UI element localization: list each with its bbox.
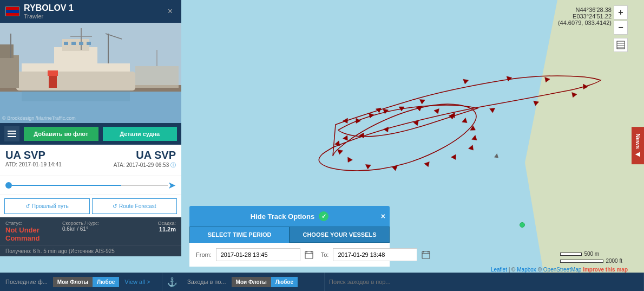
anchor-icon: ⚓ — [162, 277, 182, 287]
bottom-fleet-tag-any[interactable]: Любое — [93, 277, 119, 287]
from-label: From: — [196, 251, 212, 258]
svg-marker-21 — [451, 154, 458, 161]
svg-marker-9 — [490, 108, 496, 113]
vessel-details-button[interactable]: Детали судна — [103, 127, 178, 141]
vessel-position-dot — [520, 222, 525, 228]
journey-progress: ➤ — [0, 176, 181, 195]
svg-marker-3 — [462, 79, 468, 85]
zoom-in-button[interactable]: + — [614, 5, 628, 20]
bottom-ports-label: Заходы в по... — [182, 279, 232, 285]
vessel-actions: Добавить во флот Детали судна — [0, 123, 181, 145]
track-body: From: To: — [189, 243, 390, 267]
from-date-input[interactable] — [216, 248, 300, 261]
svg-marker-19 — [392, 166, 398, 171]
openstreetmap-link[interactable]: OpenStreetMap — [543, 267, 582, 273]
improve-link[interactable]: Improve this map — [583, 267, 628, 273]
to-calendar-icon[interactable] — [422, 249, 430, 260]
vessel-panel-close[interactable]: × — [165, 5, 176, 17]
bottom-ports-tag-any[interactable]: Любое — [271, 277, 298, 287]
svg-rect-50 — [79, 42, 83, 45]
track-check-icon: ✓ — [319, 211, 328, 221]
bottom-fleet-tag-my[interactable]: Мои Флоты — [53, 277, 93, 287]
hide-track-label: Hide Track Options — [251, 212, 314, 221]
hamburger-line-2 — [8, 133, 16, 134]
svg-rect-57 — [0, 55, 19, 88]
map-layers-button[interactable] — [614, 38, 628, 52]
tab-time-period[interactable]: SELECT TIME PERIOD — [189, 227, 290, 243]
vessel-info: UA SVP ATD: 2017-01-19 14:41 UA SVP ATA:… — [0, 145, 181, 176]
draft-value: 11.2m — [119, 226, 176, 232]
svg-rect-60 — [305, 251, 313, 258]
vessel-photo — [0, 23, 181, 123]
svg-marker-27 — [434, 109, 441, 115]
track-options-close[interactable]: × — [381, 212, 385, 221]
vessel-image: © Brookdesign /MarineTraffic.com — [0, 23, 181, 123]
view-all-link[interactable]: View all > — [119, 279, 155, 285]
svg-rect-48 — [64, 42, 68, 45]
scale-bar: 500 m 2000 ft — [560, 251, 622, 265]
svg-marker-22 — [469, 145, 476, 152]
from-calendar-icon[interactable] — [305, 249, 313, 260]
news-chevron-icon: ◀ — [634, 151, 641, 158]
status-value: Not Under Command — [5, 226, 62, 242]
svg-marker-20 — [424, 162, 431, 168]
track-options-header: Hide Track Options ✓ × — [189, 206, 390, 227]
leaflet-link[interactable]: Leaflet — [491, 267, 507, 273]
atd-label: ATD: 2017-01-19 14:41 — [5, 161, 62, 167]
status-label: Статус: — [5, 221, 62, 226]
tab-choose-vessels[interactable]: CHOOSE YOUR VESSELS — [290, 227, 390, 243]
route-forecast-button[interactable]: ↺ Route Forecast — [92, 198, 178, 214]
svg-rect-52 — [135, 66, 179, 88]
bottom-ports-tag-my[interactable]: Мои Флоты — [232, 277, 271, 287]
photo-credit: © Brookdesign /MarineTraffic.com — [2, 115, 76, 121]
svg-rect-58 — [0, 44, 14, 58]
progress-line — [12, 185, 168, 186]
svg-marker-7 — [570, 93, 577, 99]
bottom-search-section — [325, 273, 644, 291]
svg-marker-0 — [343, 118, 350, 125]
vessel-stats: Статус: Not Under Command Скорость / Кур… — [0, 217, 181, 245]
hamburger-line-3 — [8, 136, 16, 137]
to-date-input[interactable] — [333, 248, 417, 261]
svg-marker-23 — [472, 135, 479, 143]
svg-marker-17 — [346, 157, 353, 164]
small-vessel-icon: ▲ — [492, 150, 501, 160]
past-route-button[interactable]: ↺ Прошлый путь — [4, 198, 90, 214]
news-tab[interactable]: News ◀ — [632, 127, 644, 165]
svg-marker-2 — [419, 100, 425, 105]
from-row: From: To: — [196, 248, 383, 261]
svg-marker-18 — [365, 165, 371, 170]
vessel-flag — [5, 7, 19, 16]
vessel-panel: RYBOLOV 1 Trawler × — [0, 0, 181, 256]
svg-marker-8 — [533, 101, 538, 106]
track-options-panel: Hide Track Options ✓ × SELECT TIME PERIO… — [189, 206, 390, 267]
route-history-icon: ↺ — [25, 203, 30, 209]
port-search-input[interactable] — [325, 279, 643, 285]
to-label: To: — [321, 251, 329, 258]
hamburger-line-1 — [8, 131, 16, 132]
svg-rect-55 — [48, 70, 58, 76]
svg-marker-26 — [450, 113, 457, 119]
map-controls: + − — [614, 5, 628, 52]
speed-value: 0.6kn / 61° — [62, 226, 119, 232]
svg-rect-56 — [22, 90, 130, 101]
ata-label: ATA: 2017-01-29 06:53 ⓘ — [114, 161, 176, 169]
arrival-port: UA SVP — [114, 149, 176, 161]
vessel-header: RYBOLOV 1 Trawler × — [0, 0, 181, 23]
route-buttons: ↺ Прошлый путь ↺ Route Forecast — [0, 195, 181, 217]
received-info: Получено: 6 h. 5 min ago (Источник AIS-9… — [0, 245, 181, 256]
layers-icon — [616, 41, 625, 49]
vessel-name: RYBOLOV 1 — [24, 3, 74, 13]
add-fleet-button[interactable]: Добавить во флот — [24, 127, 98, 141]
zoom-out-button[interactable]: − — [614, 21, 628, 35]
svg-marker-25 — [462, 118, 469, 125]
mapbox-link[interactable]: Mapbox — [517, 267, 536, 273]
departure-port: UA SVP — [5, 149, 62, 161]
svg-marker-16 — [337, 150, 343, 155]
track-tabs: SELECT TIME PERIOD CHOOSE YOUR VESSELS — [189, 227, 390, 243]
svg-rect-64 — [422, 251, 430, 258]
calendar-icon-2 — [422, 250, 430, 259]
map-attribution: Leaflet | © Mapbox © OpenStreetMap Impro… — [491, 267, 628, 273]
svg-rect-51 — [87, 42, 91, 45]
menu-button[interactable] — [4, 126, 19, 141]
